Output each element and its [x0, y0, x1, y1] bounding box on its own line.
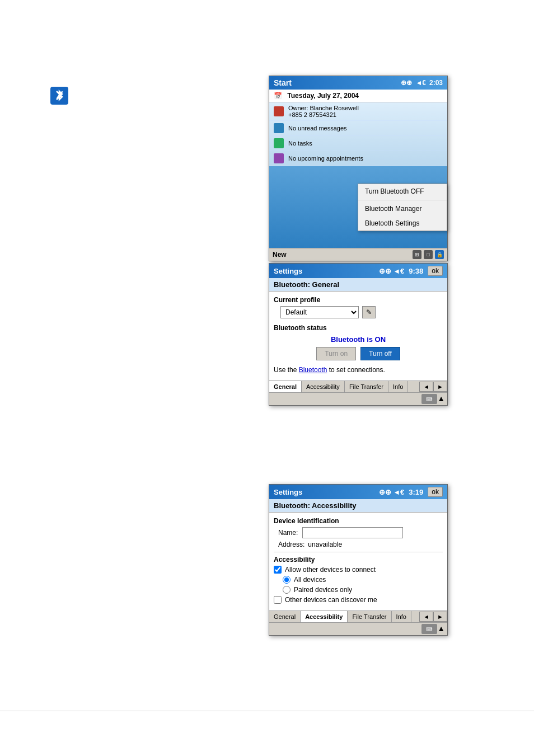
- taskbar-icon-1: ⊞: [413, 250, 421, 259]
- volume-icon: ◄€: [415, 79, 426, 87]
- tab-general-3[interactable]: General: [269, 611, 301, 622]
- all-devices-label: All devices: [294, 576, 326, 584]
- start-title: Start: [274, 78, 292, 87]
- start-screen: Start ⊕⊕ ◄€ 2:03 📅 Tuesday, July 27, 200…: [269, 76, 448, 261]
- time-display: 2:03: [429, 79, 443, 87]
- bluetooth-settings-item[interactable]: Bluetooth Settings: [358, 216, 447, 231]
- profile-row: Default ✎: [280, 306, 443, 318]
- settings-title-2: Settings: [274, 267, 302, 275]
- tab-info-3[interactable]: Info: [392, 611, 411, 622]
- titlebar-icons: ⊕⊕ ◄€ 2:03: [401, 79, 443, 87]
- tasks-text: No tasks: [288, 140, 312, 147]
- address-label: Address:: [278, 541, 305, 548]
- ok-button-3[interactable]: ok: [428, 487, 443, 497]
- tab-file-transfer[interactable]: File Transfer: [345, 381, 388, 392]
- tasks-row: No tasks: [269, 136, 447, 151]
- name-input[interactable]: [302, 527, 403, 538]
- allow-connect-label: Allow other devices to connect: [285, 566, 376, 574]
- expand-icon-2[interactable]: ▲: [437, 394, 445, 404]
- bottom-separator: [0, 711, 534, 711]
- signal-icon: ⊕⊕: [401, 79, 412, 87]
- bt-status-on: Bluetooth is ON: [274, 335, 443, 344]
- bt-link-text: Use the Bluetooth to set connections.: [274, 366, 443, 374]
- tab-nav-3: ◄ ►: [419, 611, 447, 622]
- link-suffix: to set connections.: [327, 366, 385, 374]
- paired-only-label: Paired devices only: [294, 586, 352, 594]
- screen3-content: Device Identification Name: Address: una…: [269, 513, 447, 611]
- divider-1: [274, 552, 443, 552]
- screen2-content: Current profile Default ✎ Bluetooth stat…: [269, 292, 447, 381]
- bt-toggle-buttons: Turn on Turn off: [274, 347, 443, 360]
- tabs-row-2: General Accessibility File Transfer Info…: [269, 381, 447, 392]
- messages-row: No unread messages: [269, 121, 447, 136]
- expand-icon-3[interactable]: ▲: [437, 624, 445, 634]
- titlebar-right-2: ⊕⊕ ◄€ 9:38 ok: [379, 266, 443, 276]
- bluetooth-general-screen: Settings ⊕⊕ ◄€ 9:38 ok Bluetooth: Genera…: [269, 263, 448, 406]
- signal-icons-3: ⊕⊕ ◄€: [379, 488, 405, 496]
- bluetooth-status-icon: ✗: [50, 87, 68, 105]
- tab-prev-2[interactable]: ◄: [419, 382, 433, 392]
- profile-edit-btn[interactable]: ✎: [362, 306, 376, 318]
- profile-select[interactable]: Default: [280, 306, 359, 318]
- tab-file-transfer-3[interactable]: File Transfer: [348, 611, 391, 622]
- appointments-row: No upcoming appointments: [269, 151, 447, 166]
- titlebar-right-3: ⊕⊕ ◄€ 3:19 ok: [379, 487, 443, 497]
- signal-icons-2: ⊕⊕ ◄€: [379, 267, 405, 275]
- bluetooth-manager-item[interactable]: Bluetooth Manager: [358, 201, 447, 216]
- owner-phone: +885 2 87554321: [288, 111, 359, 118]
- screen2-footer: ⌨ ▲: [269, 392, 447, 405]
- tab-accessibility-3[interactable]: Accessibility: [301, 611, 348, 622]
- allow-connect-checkbox[interactable]: [274, 566, 282, 574]
- allow-connect-row: Allow other devices to connect: [274, 566, 443, 574]
- bluetooth-context-menu: Turn Bluetooth OFF Bluetooth Manager Blu…: [358, 184, 447, 231]
- device-id-label: Device Identification: [274, 517, 443, 525]
- settings-titlebar-2: Settings ⊕⊕ ◄€ 9:38 ok: [269, 264, 447, 278]
- owner-row: Owner: Blanche Rosewell +885 2 87554321: [269, 102, 447, 121]
- ok-button-2[interactable]: ok: [428, 266, 443, 276]
- owner-name: Owner: Blanche Rosewell: [288, 105, 359, 111]
- start-titlebar: Start ⊕⊕ ◄€ 2:03: [269, 76, 447, 90]
- start-taskbar: New ⊞ □ 🔒: [269, 248, 447, 261]
- time-2: 9:38: [409, 267, 423, 275]
- calendar-icon: 📅: [274, 92, 282, 100]
- screen3-footer: ⌨ ▲: [269, 622, 447, 635]
- keyboard-icon-2[interactable]: ⌨: [421, 394, 437, 404]
- name-label: Name:: [278, 529, 298, 537]
- discover-label: Other devices can discover me: [285, 596, 377, 604]
- start-body: Owner: Blanche Rosewell +885 2 87554321 …: [269, 102, 447, 248]
- message-icon: [274, 123, 284, 133]
- appointments-text: No upcoming appointments: [288, 155, 363, 162]
- accessibility-label: Accessibility: [274, 556, 443, 564]
- turn-off-button[interactable]: Turn off: [360, 347, 400, 360]
- link-prefix: Use the: [274, 366, 299, 374]
- tab-next-2[interactable]: ►: [433, 382, 447, 392]
- profile-label: Current profile: [274, 296, 443, 304]
- tab-general[interactable]: General: [269, 381, 302, 392]
- address-row: Address: unavailable: [278, 541, 443, 548]
- calendar-row-icon: [274, 153, 284, 163]
- settings-titlebar-3: Settings ⊕⊕ ◄€ 3:19 ok: [269, 485, 447, 499]
- contact-icon: [274, 106, 284, 116]
- taskbar-icon-2: □: [424, 250, 433, 259]
- paired-only-row: Paired devices only: [283, 586, 443, 594]
- discover-checkbox[interactable]: [274, 596, 282, 604]
- tab-accessibility[interactable]: Accessibility: [302, 381, 345, 392]
- time-3: 3:19: [409, 488, 423, 496]
- tab-info[interactable]: Info: [388, 381, 408, 392]
- all-devices-row: All devices: [283, 576, 443, 584]
- paired-only-radio[interactable]: [283, 586, 291, 594]
- section-title-3: Bluetooth: Accessibility: [269, 499, 447, 513]
- tab-prev-3[interactable]: ◄: [419, 612, 433, 622]
- taskbar-right-icons: ⊞ □ 🔒: [413, 250, 444, 259]
- menu-divider: [358, 200, 447, 200]
- tabs-row-3: General Accessibility File Transfer Info…: [269, 611, 447, 622]
- turn-on-button[interactable]: Turn on: [316, 347, 356, 360]
- bluetooth-manager-link[interactable]: Bluetooth: [299, 366, 327, 374]
- tab-next-3[interactable]: ►: [433, 612, 447, 622]
- date-text: Tuesday, July 27, 2004: [287, 92, 359, 100]
- keyboard-icon-3[interactable]: ⌨: [421, 624, 437, 634]
- turn-bluetooth-off-item[interactable]: Turn Bluetooth OFF: [358, 184, 447, 199]
- owner-info: Owner: Blanche Rosewell +885 2 87554321: [288, 105, 359, 118]
- all-devices-radio[interactable]: [283, 576, 291, 584]
- new-button[interactable]: New: [273, 251, 287, 259]
